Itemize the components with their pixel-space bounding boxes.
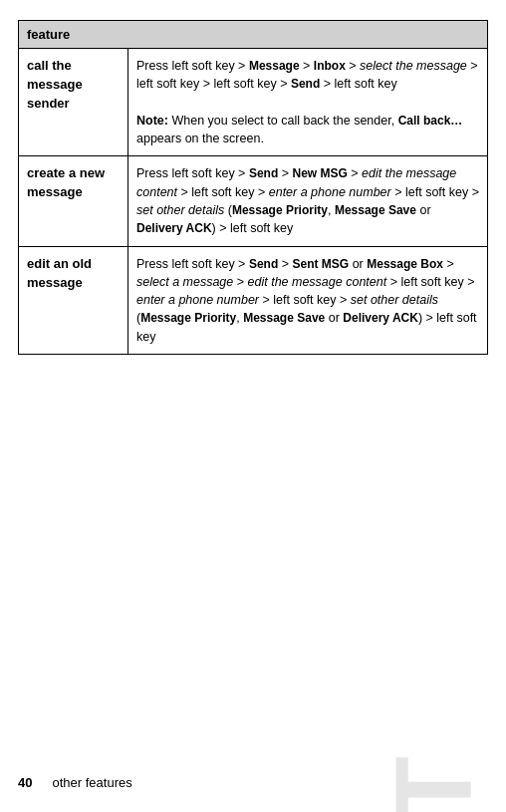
italic-set-other-2: set other details: [351, 293, 438, 307]
italic-select-msg: select the message: [360, 59, 467, 73]
italic-edit-content-2: edit the message content: [248, 275, 387, 289]
feature-label-1: call themessagesender: [19, 49, 128, 156]
desc-text-3: Press left soft key > Send > Sent MSG or…: [136, 257, 477, 344]
desc-text-1: Press left soft key > Message > Inbox > …: [136, 59, 478, 91]
keyword-sentmsg: Sent MSG: [292, 257, 349, 271]
keyword-inbox: Inbox: [314, 59, 346, 73]
draft-watermark: DRAFT: [370, 752, 496, 812]
keyword-msgsave-1: Message Save: [335, 203, 416, 217]
feature-label-2: create a newmessage: [19, 156, 128, 246]
feature-label-3: edit an oldmessage: [19, 246, 128, 354]
italic-enter-phone-1: enter a phone number: [269, 185, 391, 199]
page-container: feature call themessagesender Press left…: [0, 0, 506, 375]
footer-label: other features: [52, 775, 131, 790]
desc-text-2: Press left soft key > Send > New MSG > e…: [136, 166, 479, 235]
keyword-send-3: Send: [249, 257, 278, 271]
italic-select-msg-2: select a message: [136, 275, 233, 289]
keyword-msgsave-2: Message Save: [243, 311, 325, 325]
keyword-msgpriority-1: Message Priority: [232, 203, 328, 217]
page-footer: 40 other features: [18, 775, 132, 790]
keyword-send-1: Send: [291, 77, 320, 91]
note-label-1: Note:: [136, 114, 168, 128]
table-header: feature: [19, 21, 488, 49]
table-row: call themessagesender Press left soft ke…: [19, 49, 488, 156]
italic-set-other-1: set other details: [136, 203, 224, 217]
desc-cell-2: Press left soft key > Send > New MSG > e…: [128, 156, 488, 246]
keyword-newmsg: New MSG: [292, 166, 347, 180]
table-row: edit an oldmessage Press left soft key >…: [19, 246, 488, 354]
feature-table: feature call themessagesender Press left…: [18, 20, 488, 355]
desc-cell-3: Press left soft key > Send > Sent MSG or…: [128, 246, 488, 354]
keyword-callback: Call back…: [398, 114, 463, 128]
keyword-deliveryack-1: Delivery ACK: [136, 221, 212, 235]
italic-enter-phone-2: enter a phone number: [136, 293, 259, 307]
desc-cell-1: Press left soft key > Message > Inbox > …: [128, 49, 488, 156]
keyword-message: Message: [249, 59, 300, 73]
keyword-msgbox: Message Box: [367, 257, 443, 271]
page-number: 40: [18, 775, 32, 790]
table-row: create a newmessage Press left soft key …: [19, 156, 488, 246]
keyword-deliveryack-2: Delivery ACK: [343, 311, 418, 325]
keyword-send-2: Send: [249, 166, 278, 180]
keyword-msgpriority-2: Message Priority: [140, 311, 236, 325]
note-text-1: Note: When you select to call back the s…: [136, 114, 462, 145]
